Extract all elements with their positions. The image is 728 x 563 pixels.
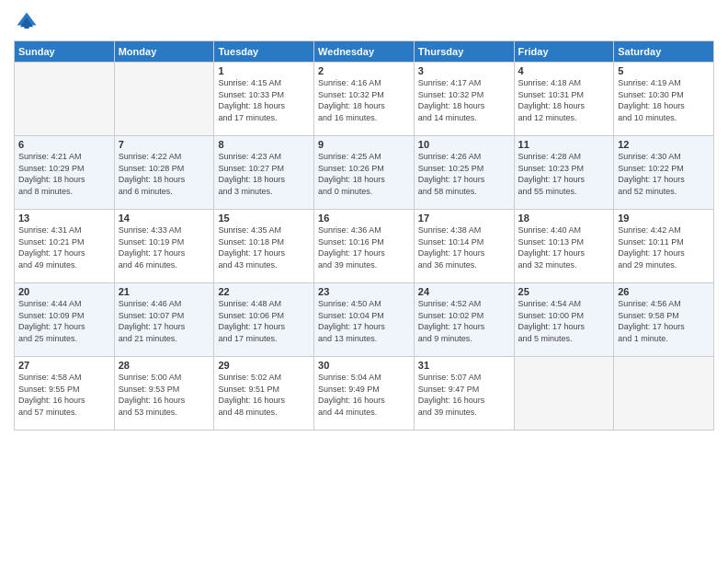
day-info: Sunrise: 4:54 AM Sunset: 10:00 PM Daylig…	[518, 298, 610, 344]
day-info: Sunrise: 4:21 AM Sunset: 10:29 PM Daylig…	[18, 151, 110, 197]
day-info: Sunrise: 5:07 AM Sunset: 9:47 PM Dayligh…	[418, 372, 510, 418]
day-info: Sunrise: 4:26 AM Sunset: 10:25 PM Daylig…	[418, 151, 510, 197]
day-info: Sunrise: 4:25 AM Sunset: 10:26 PM Daylig…	[318, 151, 410, 197]
day-number: 11	[518, 139, 610, 150]
day-info: Sunrise: 4:17 AM Sunset: 10:32 PM Daylig…	[418, 77, 510, 123]
calendar-header-saturday: Saturday	[614, 41, 714, 63]
day-number: 12	[618, 139, 710, 150]
day-info: Sunrise: 4:16 AM Sunset: 10:32 PM Daylig…	[318, 77, 410, 123]
calendar-header-thursday: Thursday	[414, 41, 514, 63]
calendar-header-wednesday: Wednesday	[314, 41, 415, 63]
day-info: Sunrise: 4:19 AM Sunset: 10:30 PM Daylig…	[618, 77, 710, 123]
calendar-cell: 8Sunrise: 4:23 AM Sunset: 10:27 PM Dayli…	[214, 136, 314, 210]
page: SundayMondayTuesdayWednesdayThursdayFrid…	[0, 0, 728, 563]
day-number: 3	[418, 65, 510, 76]
day-info: Sunrise: 5:02 AM Sunset: 9:51 PM Dayligh…	[218, 372, 310, 418]
day-info: Sunrise: 4:31 AM Sunset: 10:21 PM Daylig…	[18, 224, 110, 270]
calendar-week-row: 20Sunrise: 4:44 AM Sunset: 10:09 PM Dayl…	[15, 283, 714, 357]
day-info: Sunrise: 5:04 AM Sunset: 9:49 PM Dayligh…	[318, 372, 410, 418]
calendar-cell: 29Sunrise: 5:02 AM Sunset: 9:51 PM Dayli…	[214, 357, 314, 431]
day-info: Sunrise: 4:44 AM Sunset: 10:09 PM Daylig…	[18, 298, 110, 344]
day-info: Sunrise: 4:23 AM Sunset: 10:27 PM Daylig…	[218, 151, 310, 197]
day-info: Sunrise: 4:58 AM Sunset: 9:55 PM Dayligh…	[18, 372, 110, 418]
day-info: Sunrise: 4:52 AM Sunset: 10:02 PM Daylig…	[418, 298, 510, 344]
day-info: Sunrise: 5:00 AM Sunset: 9:53 PM Dayligh…	[119, 372, 210, 418]
calendar-cell	[15, 63, 115, 136]
calendar-header-tuesday: Tuesday	[214, 41, 314, 63]
day-info: Sunrise: 4:18 AM Sunset: 10:31 PM Daylig…	[518, 77, 610, 123]
calendar-cell: 13Sunrise: 4:31 AM Sunset: 10:21 PM Dayl…	[15, 210, 115, 283]
day-info: Sunrise: 4:56 AM Sunset: 9:58 PM Dayligh…	[618, 298, 710, 344]
calendar-cell: 3Sunrise: 4:17 AM Sunset: 10:32 PM Dayli…	[414, 63, 514, 136]
calendar-week-row: 1Sunrise: 4:15 AM Sunset: 10:33 PM Dayli…	[15, 63, 714, 136]
calendar-cell: 12Sunrise: 4:30 AM Sunset: 10:22 PM Dayl…	[614, 136, 714, 210]
day-number: 30	[318, 360, 410, 371]
calendar-cell: 7Sunrise: 4:22 AM Sunset: 10:28 PM Dayli…	[114, 136, 214, 210]
day-number: 5	[618, 65, 710, 76]
day-number: 29	[218, 360, 310, 371]
calendar-cell: 23Sunrise: 4:50 AM Sunset: 10:04 PM Dayl…	[314, 283, 415, 357]
day-number: 27	[18, 360, 110, 371]
header	[14, 9, 714, 35]
calendar-cell: 18Sunrise: 4:40 AM Sunset: 10:13 PM Dayl…	[514, 210, 614, 283]
calendar-cell: 22Sunrise: 4:48 AM Sunset: 10:06 PM Dayl…	[214, 283, 314, 357]
day-number: 15	[218, 213, 310, 224]
calendar-cell: 15Sunrise: 4:35 AM Sunset: 10:18 PM Dayl…	[214, 210, 314, 283]
day-number: 18	[518, 213, 610, 224]
calendar-cell: 5Sunrise: 4:19 AM Sunset: 10:30 PM Dayli…	[614, 63, 714, 136]
calendar-cell: 26Sunrise: 4:56 AM Sunset: 9:58 PM Dayli…	[614, 283, 714, 357]
day-info: Sunrise: 4:50 AM Sunset: 10:04 PM Daylig…	[318, 298, 410, 344]
day-number: 22	[218, 286, 310, 297]
calendar-cell: 9Sunrise: 4:25 AM Sunset: 10:26 PM Dayli…	[314, 136, 415, 210]
calendar-cell: 10Sunrise: 4:26 AM Sunset: 10:25 PM Dayl…	[414, 136, 514, 210]
calendar-cell: 21Sunrise: 4:46 AM Sunset: 10:07 PM Dayl…	[114, 283, 214, 357]
calendar-week-row: 6Sunrise: 4:21 AM Sunset: 10:29 PM Dayli…	[15, 136, 714, 210]
calendar-cell: 11Sunrise: 4:28 AM Sunset: 10:23 PM Dayl…	[514, 136, 614, 210]
calendar-cell: 2Sunrise: 4:16 AM Sunset: 10:32 PM Dayli…	[314, 63, 415, 136]
calendar-cell: 20Sunrise: 4:44 AM Sunset: 10:09 PM Dayl…	[15, 283, 115, 357]
day-number: 8	[218, 139, 310, 150]
day-info: Sunrise: 4:40 AM Sunset: 10:13 PM Daylig…	[518, 224, 610, 270]
calendar-cell: 16Sunrise: 4:36 AM Sunset: 10:16 PM Dayl…	[314, 210, 415, 283]
day-number: 16	[318, 213, 410, 224]
calendar-cell: 6Sunrise: 4:21 AM Sunset: 10:29 PM Dayli…	[15, 136, 115, 210]
day-number: 10	[418, 139, 510, 150]
day-number: 1	[218, 65, 310, 76]
calendar-cell	[514, 357, 614, 431]
calendar-cell	[114, 63, 214, 136]
day-number: 25	[518, 286, 610, 297]
day-info: Sunrise: 4:15 AM Sunset: 10:33 PM Daylig…	[218, 77, 310, 123]
calendar-header-monday: Monday	[114, 41, 214, 63]
svg-rect-2	[24, 24, 28, 29]
day-number: 26	[618, 286, 710, 297]
day-info: Sunrise: 4:38 AM Sunset: 10:14 PM Daylig…	[418, 224, 510, 270]
logo	[14, 9, 43, 35]
logo-icon	[14, 9, 40, 35]
day-number: 21	[119, 286, 210, 297]
calendar-week-row: 13Sunrise: 4:31 AM Sunset: 10:21 PM Dayl…	[15, 210, 714, 283]
calendar-cell: 19Sunrise: 4:42 AM Sunset: 10:11 PM Dayl…	[614, 210, 714, 283]
calendar-header-sunday: Sunday	[15, 41, 115, 63]
day-info: Sunrise: 4:36 AM Sunset: 10:16 PM Daylig…	[318, 224, 410, 270]
day-number: 19	[618, 213, 710, 224]
day-number: 9	[318, 139, 410, 150]
day-info: Sunrise: 4:28 AM Sunset: 10:23 PM Daylig…	[518, 151, 610, 197]
day-number: 20	[18, 286, 110, 297]
calendar-cell: 28Sunrise: 5:00 AM Sunset: 9:53 PM Dayli…	[114, 357, 214, 431]
day-info: Sunrise: 4:22 AM Sunset: 10:28 PM Daylig…	[119, 151, 210, 197]
day-number: 13	[18, 213, 110, 224]
day-info: Sunrise: 4:46 AM Sunset: 10:07 PM Daylig…	[119, 298, 210, 344]
calendar-cell: 27Sunrise: 4:58 AM Sunset: 9:55 PM Dayli…	[15, 357, 115, 431]
calendar-cell: 25Sunrise: 4:54 AM Sunset: 10:00 PM Dayl…	[514, 283, 614, 357]
day-number: 7	[119, 139, 210, 150]
calendar-cell: 17Sunrise: 4:38 AM Sunset: 10:14 PM Dayl…	[414, 210, 514, 283]
calendar: SundayMondayTuesdayWednesdayThursdayFrid…	[14, 40, 714, 431]
day-number: 28	[119, 360, 210, 371]
day-number: 31	[418, 360, 510, 371]
calendar-header-friday: Friday	[514, 41, 614, 63]
calendar-cell	[614, 357, 714, 431]
day-info: Sunrise: 4:42 AM Sunset: 10:11 PM Daylig…	[618, 224, 710, 270]
day-number: 14	[119, 213, 210, 224]
day-info: Sunrise: 4:48 AM Sunset: 10:06 PM Daylig…	[218, 298, 310, 344]
day-info: Sunrise: 4:30 AM Sunset: 10:22 PM Daylig…	[618, 151, 710, 197]
